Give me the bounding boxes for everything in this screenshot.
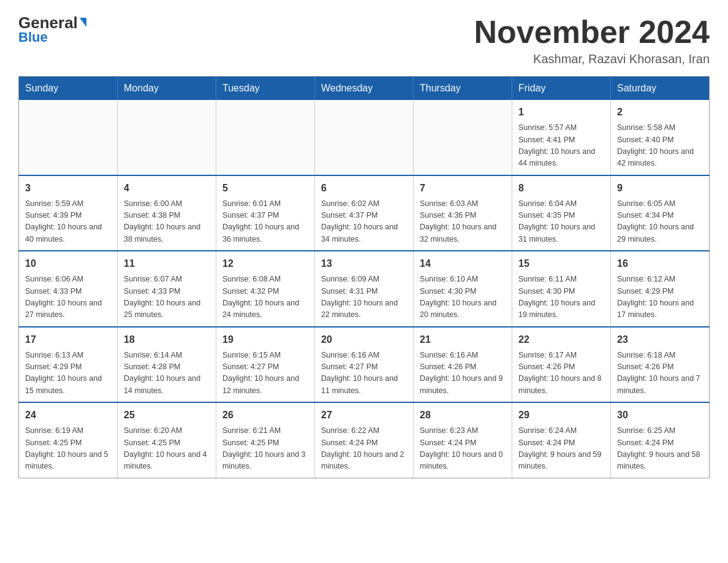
calendar-table: Sunday Monday Tuesday Wednesday Thursday… — [18, 76, 710, 478]
calendar-cell: 20Sunrise: 6:16 AM Sunset: 4:27 PM Dayli… — [315, 327, 414, 403]
day-info: Sunrise: 6:20 AM Sunset: 4:25 PM Dayligh… — [124, 425, 210, 473]
header-friday: Friday — [512, 77, 611, 101]
calendar-body: 1Sunrise: 5:57 AM Sunset: 4:41 PM Daylig… — [19, 100, 710, 478]
day-info: Sunrise: 5:59 AM Sunset: 4:39 PM Dayligh… — [25, 198, 111, 246]
day-number: 4 — [124, 181, 210, 196]
calendar-cell: 29Sunrise: 6:24 AM Sunset: 4:24 PM Dayli… — [512, 402, 611, 478]
calendar-cell: 16Sunrise: 6:12 AM Sunset: 4:29 PM Dayli… — [611, 251, 710, 327]
calendar-cell: 7Sunrise: 6:03 AM Sunset: 4:36 PM Daylig… — [414, 175, 512, 251]
day-number: 14 — [420, 256, 506, 271]
calendar-cell: 1Sunrise: 5:57 AM Sunset: 4:41 PM Daylig… — [512, 100, 611, 175]
day-info: Sunrise: 6:01 AM Sunset: 4:37 PM Dayligh… — [222, 198, 308, 246]
day-number: 27 — [321, 408, 407, 423]
day-number: 11 — [124, 256, 210, 271]
day-number: 22 — [518, 332, 604, 347]
day-info: Sunrise: 6:19 AM Sunset: 4:25 PM Dayligh… — [25, 425, 111, 473]
logo-block: General Blue — [18, 15, 86, 44]
week-row-2: 3Sunrise: 5:59 AM Sunset: 4:39 PM Daylig… — [19, 175, 710, 251]
calendar-cell: 26Sunrise: 6:21 AM Sunset: 4:25 PM Dayli… — [216, 402, 315, 478]
location-subtitle: Kashmar, Razavi Khorasan, Iran — [474, 52, 710, 66]
day-number: 26 — [222, 408, 308, 423]
day-info: Sunrise: 6:08 AM Sunset: 4:32 PM Dayligh… — [222, 274, 308, 321]
logo: General Blue — [18, 15, 86, 44]
day-number: 29 — [518, 408, 604, 423]
logo-blue: Blue — [18, 31, 86, 44]
page-header: General Blue November 2024 Kashmar, Raza… — [18, 15, 710, 66]
day-info: Sunrise: 5:58 AM Sunset: 4:40 PM Dayligh… — [617, 122, 703, 170]
calendar-cell: 2Sunrise: 5:58 AM Sunset: 4:40 PM Daylig… — [611, 100, 710, 175]
day-info: Sunrise: 6:09 AM Sunset: 4:31 PM Dayligh… — [321, 274, 407, 321]
day-info: Sunrise: 5:57 AM Sunset: 4:41 PM Dayligh… — [518, 122, 604, 170]
day-number: 30 — [617, 408, 703, 423]
header-wednesday: Wednesday — [315, 77, 414, 101]
header-saturday: Saturday — [611, 77, 710, 101]
calendar-cell: 19Sunrise: 6:15 AM Sunset: 4:27 PM Dayli… — [216, 327, 315, 403]
day-number: 8 — [518, 181, 604, 196]
day-info: Sunrise: 6:23 AM Sunset: 4:24 PM Dayligh… — [420, 425, 506, 473]
day-info: Sunrise: 6:05 AM Sunset: 4:34 PM Dayligh… — [617, 198, 703, 246]
calendar-cell: 5Sunrise: 6:01 AM Sunset: 4:37 PM Daylig… — [216, 175, 315, 251]
day-number: 3 — [25, 181, 111, 196]
day-number: 9 — [617, 181, 703, 196]
day-number: 20 — [321, 332, 407, 347]
calendar-cell: 23Sunrise: 6:18 AM Sunset: 4:26 PM Dayli… — [611, 327, 710, 403]
calendar-cell: 12Sunrise: 6:08 AM Sunset: 4:32 PM Dayli… — [216, 251, 315, 327]
header-sunday: Sunday — [19, 77, 118, 101]
calendar-cell: 14Sunrise: 6:10 AM Sunset: 4:30 PM Dayli… — [414, 251, 512, 327]
week-row-3: 10Sunrise: 6:06 AM Sunset: 4:33 PM Dayli… — [19, 251, 710, 327]
day-number: 16 — [617, 256, 703, 271]
calendar-cell: 28Sunrise: 6:23 AM Sunset: 4:24 PM Dayli… — [414, 402, 512, 478]
logo-general: General — [18, 15, 86, 31]
calendar-cell: 3Sunrise: 5:59 AM Sunset: 4:39 PM Daylig… — [19, 175, 118, 251]
day-info: Sunrise: 6:03 AM Sunset: 4:36 PM Dayligh… — [420, 198, 506, 246]
day-info: Sunrise: 6:15 AM Sunset: 4:27 PM Dayligh… — [222, 350, 308, 397]
week-row-4: 17Sunrise: 6:13 AM Sunset: 4:29 PM Dayli… — [19, 327, 710, 403]
day-number: 23 — [617, 332, 703, 347]
day-info: Sunrise: 6:06 AM Sunset: 4:33 PM Dayligh… — [25, 274, 111, 321]
day-number: 6 — [321, 181, 407, 196]
day-number: 7 — [420, 181, 506, 196]
calendar-cell — [315, 100, 414, 175]
week-row-1: 1Sunrise: 5:57 AM Sunset: 4:41 PM Daylig… — [19, 100, 710, 175]
calendar-cell: 17Sunrise: 6:13 AM Sunset: 4:29 PM Dayli… — [19, 327, 118, 403]
calendar-cell: 6Sunrise: 6:02 AM Sunset: 4:37 PM Daylig… — [315, 175, 414, 251]
day-info: Sunrise: 6:21 AM Sunset: 4:25 PM Dayligh… — [222, 425, 308, 473]
calendar-cell: 21Sunrise: 6:16 AM Sunset: 4:26 PM Dayli… — [414, 327, 512, 403]
day-info: Sunrise: 6:16 AM Sunset: 4:27 PM Dayligh… — [321, 350, 407, 397]
logo-area: General Blue — [18, 15, 86, 44]
day-number: 10 — [25, 256, 111, 271]
day-number: 24 — [25, 408, 111, 423]
day-number: 28 — [420, 408, 506, 423]
day-number: 2 — [617, 105, 703, 120]
calendar-cell: 30Sunrise: 6:25 AM Sunset: 4:24 PM Dayli… — [611, 402, 710, 478]
day-number: 21 — [420, 332, 506, 347]
calendar-cell: 27Sunrise: 6:22 AM Sunset: 4:24 PM Dayli… — [315, 402, 414, 478]
calendar-cell: 13Sunrise: 6:09 AM Sunset: 4:31 PM Dayli… — [315, 251, 414, 327]
day-number: 13 — [321, 256, 407, 271]
day-info: Sunrise: 6:02 AM Sunset: 4:37 PM Dayligh… — [321, 198, 407, 246]
day-info: Sunrise: 6:13 AM Sunset: 4:29 PM Dayligh… — [25, 350, 111, 397]
day-info: Sunrise: 6:24 AM Sunset: 4:24 PM Dayligh… — [518, 425, 604, 473]
day-info: Sunrise: 6:00 AM Sunset: 4:38 PM Dayligh… — [124, 198, 210, 246]
calendar-cell: 25Sunrise: 6:20 AM Sunset: 4:25 PM Dayli… — [118, 402, 216, 478]
day-info: Sunrise: 6:18 AM Sunset: 4:26 PM Dayligh… — [617, 350, 703, 397]
day-info: Sunrise: 6:17 AM Sunset: 4:26 PM Dayligh… — [518, 350, 604, 397]
header-monday: Monday — [118, 77, 216, 101]
calendar-cell: 11Sunrise: 6:07 AM Sunset: 4:33 PM Dayli… — [118, 251, 216, 327]
day-info: Sunrise: 6:11 AM Sunset: 4:30 PM Dayligh… — [518, 274, 604, 321]
day-info: Sunrise: 6:25 AM Sunset: 4:24 PM Dayligh… — [617, 425, 703, 473]
day-info: Sunrise: 6:04 AM Sunset: 4:35 PM Dayligh… — [518, 198, 604, 246]
calendar-cell — [118, 100, 216, 175]
day-number: 5 — [222, 181, 308, 196]
month-title: November 2024 — [474, 15, 710, 50]
calendar-cell: 22Sunrise: 6:17 AM Sunset: 4:26 PM Dayli… — [512, 327, 611, 403]
calendar-cell — [19, 100, 118, 175]
weekday-header-row: Sunday Monday Tuesday Wednesday Thursday… — [19, 77, 710, 101]
day-number: 15 — [518, 256, 604, 271]
day-info: Sunrise: 6:14 AM Sunset: 4:28 PM Dayligh… — [124, 350, 210, 397]
day-info: Sunrise: 6:22 AM Sunset: 4:24 PM Dayligh… — [321, 425, 407, 473]
calendar-cell: 15Sunrise: 6:11 AM Sunset: 4:30 PM Dayli… — [512, 251, 611, 327]
calendar-cell: 8Sunrise: 6:04 AM Sunset: 4:35 PM Daylig… — [512, 175, 611, 251]
header-tuesday: Tuesday — [216, 77, 315, 101]
calendar-cell: 10Sunrise: 6:06 AM Sunset: 4:33 PM Dayli… — [19, 251, 118, 327]
